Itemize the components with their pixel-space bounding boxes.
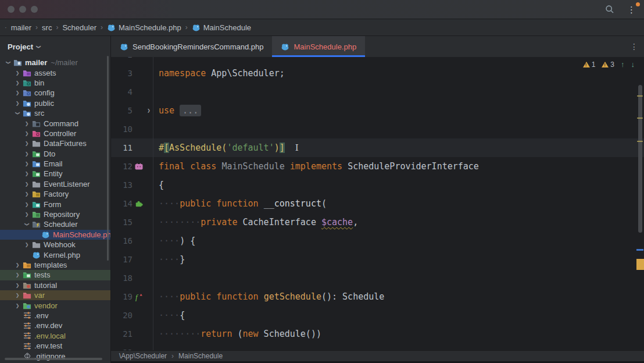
warning-badge[interactable]: 3 xyxy=(602,61,614,69)
tree-chevron-icon[interactable]: ❯ xyxy=(22,141,31,146)
tree-chevron-icon[interactable]: ❯ xyxy=(22,222,31,227)
tree-chevron-icon[interactable]: ❯ xyxy=(3,60,13,65)
code-line-13[interactable]: 13{ xyxy=(111,176,644,194)
tree-item-command[interactable]: ❯Command xyxy=(0,118,110,128)
tree-item-factory[interactable]: ❯Factory xyxy=(0,189,110,199)
fold-arrow-icon[interactable]: ❯ xyxy=(145,101,153,120)
error-stripe[interactable] xyxy=(636,57,644,350)
tree-item-controller[interactable]: ❯Controller xyxy=(0,129,110,138)
code-line-21[interactable]: 21········return (new Schedule()) xyxy=(111,325,644,343)
tab-options-kebab-icon[interactable]: ⋮ xyxy=(630,36,638,57)
project-panel-header[interactable]: Project ❯ xyxy=(0,36,110,58)
editor-tab-mainschedule-php[interactable]: MainSchedule.php xyxy=(272,36,365,57)
project-horizontal-scrollbar[interactable] xyxy=(5,358,102,360)
tree-chevron-icon[interactable]: ❯ xyxy=(22,121,31,126)
breadcrumb-namespace[interactable]: \App\Scheduler xyxy=(119,352,167,360)
implements-method-gutter-icon[interactable]: f xyxy=(133,287,145,306)
traffic-lights[interactable] xyxy=(0,6,38,13)
tree-chevron-icon[interactable]: ❯ xyxy=(22,202,31,207)
close-window-icon[interactable] xyxy=(8,6,15,13)
tree-chevron-icon[interactable]: ❯ xyxy=(22,212,31,217)
warning-stripe-mark[interactable] xyxy=(637,95,643,97)
breadcrumb-item-src[interactable]: src xyxy=(42,23,52,32)
tree-item--env-test[interactable]: .env.test xyxy=(0,341,110,351)
tree-item-tests[interactable]: ❯tests xyxy=(0,270,110,280)
tree-item-bin[interactable]: ❯bin xyxy=(0,78,110,88)
tree-chevron-icon[interactable]: ❯ xyxy=(13,283,22,288)
code-line-3[interactable]: 3namespace App\Scheduler; xyxy=(111,64,644,83)
tree-chevron-icon[interactable]: ❯ xyxy=(13,90,22,95)
tree-item-mainschedule-php[interactable]: MainSchedule.php xyxy=(0,230,110,240)
tree-chevron-icon[interactable]: ❯ xyxy=(22,131,31,136)
code-line-5[interactable]: 5❯use... xyxy=(111,101,644,120)
code-line-22[interactable]: 22········-> xyxy=(111,343,644,350)
tree-item-templates[interactable]: ❯templates xyxy=(0,260,110,270)
tree-item-form[interactable]: ❯Form xyxy=(0,199,110,209)
tree-item-var[interactable]: ❯var xyxy=(0,290,110,300)
tree-chevron-icon[interactable]: ❯ xyxy=(22,242,31,247)
code-line-10[interactable]: 10 xyxy=(111,120,644,138)
code-line-15[interactable]: 15········private CacheInterface $cache, xyxy=(111,213,644,232)
tree-item--env-local[interactable]: .env.local xyxy=(0,331,110,341)
class-gutter-icon[interactable] xyxy=(133,157,145,176)
project-vertical-scrollbar[interactable] xyxy=(107,56,109,261)
editor-scrollbar-thumb[interactable] xyxy=(638,85,642,233)
tree-item-vendor[interactable]: ❯vendor xyxy=(0,300,110,310)
tree-chevron-icon[interactable]: ❯ xyxy=(22,171,31,176)
tree-chevron-icon[interactable]: ❯ xyxy=(13,272,22,277)
tree-chevron-icon[interactable]: ❯ xyxy=(13,262,22,268)
tree-item-email[interactable]: ❯Email xyxy=(0,159,110,169)
tree-item-mailer[interactable]: ❯mailer~/mailer xyxy=(0,58,110,67)
code-line-18[interactable]: 18 xyxy=(111,269,644,287)
tree-chevron-icon[interactable]: ❯ xyxy=(13,101,22,106)
warning-stripe-mark[interactable] xyxy=(637,118,643,119)
tree-item-public[interactable]: ❯public xyxy=(0,98,110,108)
warning-stripe-mark[interactable] xyxy=(637,141,643,142)
code-editor[interactable]: 23namespace App\Scheduler;45❯use...1011#… xyxy=(111,57,644,350)
tree-chevron-icon[interactable]: ❯ xyxy=(13,111,22,116)
tree-item-repository[interactable]: ❯Repository xyxy=(0,209,110,219)
tree-item-tutorial[interactable]: ❯tutorial xyxy=(0,280,110,290)
tree-item-src[interactable]: ❯src xyxy=(0,108,110,118)
tree-chevron-icon[interactable]: ❯ xyxy=(22,151,31,156)
tree-chevron-icon[interactable]: ❯ xyxy=(13,293,22,298)
tree-chevron-icon[interactable]: ❯ xyxy=(13,70,22,76)
tree-item-assets[interactable]: ❯assets xyxy=(0,67,110,77)
code-line-19[interactable]: 19f····public function getSchedule(): Sc… xyxy=(111,287,644,306)
tree-item-dto[interactable]: ❯Dto xyxy=(0,149,110,159)
tree-item--env-dev[interactable]: .env.dev xyxy=(0,321,110,330)
previous-warning-arrow-icon[interactable]: ↑ xyxy=(621,60,625,69)
inspections-widget[interactable]: 1 3 ↑ ↓ xyxy=(583,60,635,69)
code-line-16[interactable]: 16····) { xyxy=(111,232,644,250)
tree-item-scheduler[interactable]: ❯Scheduler xyxy=(0,219,110,229)
warning-block-mark[interactable] xyxy=(636,259,644,270)
minimize-window-icon[interactable] xyxy=(19,6,26,13)
code-line-20[interactable]: 20····{ xyxy=(111,306,644,325)
search-icon[interactable] xyxy=(605,5,614,14)
code-line-17[interactable]: 17····} xyxy=(111,250,644,269)
warning-badge[interactable]: 1 xyxy=(583,61,596,69)
editor-tab-sendbookingreminderscommand-php[interactable]: SendBookingRemindersCommand.php xyxy=(111,36,272,57)
symfony-service-gutter-icon[interactable] xyxy=(133,194,145,213)
caret-stripe-mark[interactable] xyxy=(636,249,643,251)
tree-item-entity[interactable]: ❯Entity xyxy=(0,169,110,179)
code-line-14[interactable]: 14····public function __construct( xyxy=(111,194,644,213)
tree-chevron-icon[interactable]: ❯ xyxy=(13,303,22,308)
tree-item-eventlistener[interactable]: ❯EventListener xyxy=(0,179,110,189)
tree-chevron-icon[interactable]: ❯ xyxy=(22,182,31,187)
tree-chevron-icon[interactable]: ❯ xyxy=(13,80,22,86)
code-line-2[interactable]: 2 xyxy=(111,57,644,64)
zoom-window-icon[interactable] xyxy=(31,6,38,13)
tree-chevron-icon[interactable]: ❯ xyxy=(22,161,31,166)
code-line-11[interactable]: 11#[AsSchedule('default')]I xyxy=(111,138,644,157)
breadcrumb-item-scheduler[interactable]: Scheduler xyxy=(62,23,96,32)
tree-item-kernel-php[interactable]: Kernel.php xyxy=(0,250,110,259)
code-line-12[interactable]: 12final class MainSchedule implements Sc… xyxy=(111,157,644,176)
tree-item-webhook[interactable]: ❯Webhook xyxy=(0,240,110,250)
tree-item-datafixtures[interactable]: ❯DataFixtures xyxy=(0,138,110,148)
tree-item--env[interactable]: .env xyxy=(0,311,110,321)
breadcrumb-item-mailer[interactable]: mailer xyxy=(11,23,31,32)
main-menu-kebab-icon[interactable]: ⋮ xyxy=(625,4,638,15)
next-warning-arrow-icon[interactable]: ↓ xyxy=(631,60,635,69)
code-line-4[interactable]: 4 xyxy=(111,83,644,101)
